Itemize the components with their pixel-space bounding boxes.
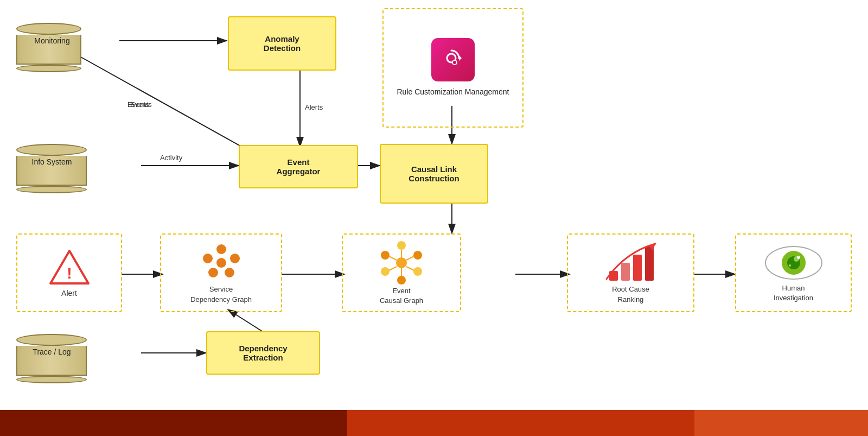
bar-segment-2: [347, 410, 694, 436]
alert-dashed-box: ! Alert: [16, 233, 122, 312]
event-causal-icon: [372, 240, 431, 286]
human-investigation-dashed: HumanInvestigation: [735, 233, 852, 312]
svg-rect-42: [633, 255, 642, 281]
bar-segment-1: [0, 410, 347, 436]
alerts-label: Alerts: [305, 103, 323, 111]
svg-point-24: [208, 268, 218, 277]
anomaly-detection-box: AnomalyDetection: [228, 16, 336, 71]
causal-link-box: Causal LinkConstruction: [380, 144, 488, 204]
svg-point-28: [397, 241, 406, 250]
svg-rect-43: [645, 247, 654, 281]
svg-point-50: [789, 264, 791, 267]
svg-point-49: [797, 256, 800, 259]
event-causal-graph-dashed: EventCausal Graph: [342, 233, 461, 312]
svg-point-32: [381, 267, 390, 276]
diagram-container: Events Events Alerts Activity Monitoring…: [0, 0, 868, 410]
info-system-db: Info System: [16, 144, 87, 193]
rule-icon: [439, 46, 467, 73]
svg-point-23: [230, 254, 240, 263]
alert-icon: !: [48, 248, 91, 286]
root-cause-icon: [604, 241, 658, 285]
svg-point-18: [453, 61, 456, 64]
svg-point-22: [203, 254, 213, 263]
svg-point-33: [381, 251, 390, 260]
svg-point-21: [216, 244, 226, 254]
human-investigation-icon: [764, 243, 824, 283]
svg-line-14: [228, 309, 262, 331]
bar-segment-3: [694, 410, 868, 436]
svg-text:!: !: [67, 265, 72, 282]
trace-log-db: Trace / Log: [16, 334, 87, 383]
svg-point-31: [397, 276, 406, 285]
root-cause-dashed: Root CauseRanking: [567, 233, 694, 312]
svg-point-25: [225, 268, 234, 277]
service-dep-icon: [194, 241, 248, 285]
dependency-extraction-box: DependencyExtraction: [206, 331, 320, 375]
svg-line-39: [389, 256, 397, 260]
svg-line-36: [406, 267, 414, 270]
bottom-bar: [0, 410, 868, 436]
svg-point-29: [413, 251, 422, 260]
monitoring-db: Monitoring: [16, 23, 81, 72]
svg-rect-41: [621, 263, 630, 281]
svg-marker-16: [459, 55, 462, 61]
svg-point-26: [216, 258, 226, 268]
event-aggregator-box: EventAggregator: [239, 145, 358, 188]
svg-rect-40: [609, 271, 618, 281]
svg-point-30: [413, 267, 422, 276]
svg-line-38: [389, 267, 397, 270]
svg-point-27: [396, 257, 407, 268]
activity-label: Activity: [160, 154, 182, 162]
events-label: Events: [130, 100, 152, 109]
svg-line-35: [406, 256, 414, 260]
rule-customization-dashed: Rule Customization Management: [382, 8, 524, 128]
service-dep-graph-dashed: ServiceDependency Graph: [160, 233, 282, 312]
